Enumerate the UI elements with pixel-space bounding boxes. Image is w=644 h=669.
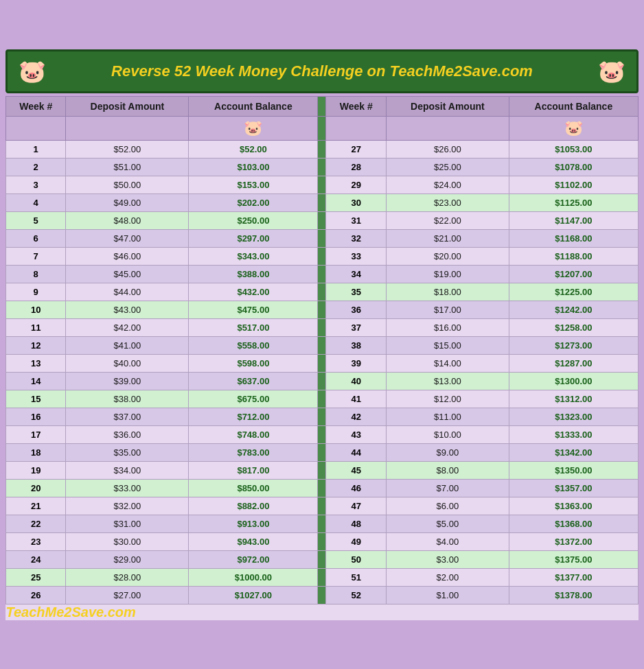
right-balance: $1125.00 <box>509 193 638 211</box>
left-balance: $1000.00 <box>189 568 318 586</box>
left-balance: $1027.00 <box>189 586 318 604</box>
right-balance: $1207.00 <box>509 265 638 283</box>
right-deposit: $10.00 <box>386 425 509 443</box>
left-week: 20 <box>6 479 66 497</box>
table-row: 13$40.00$598.0039$14.00$1287.00 <box>6 354 639 372</box>
col-week-right: Week # <box>326 96 386 116</box>
right-week: 35 <box>326 283 386 301</box>
divider-cell <box>318 497 326 515</box>
title-bar: 🐷 Reverse 52 Week Money Challenge on Tea… <box>5 49 639 93</box>
right-deposit: $20.00 <box>386 247 509 265</box>
left-deposit: $31.00 <box>66 515 189 532</box>
left-balance: $517.00 <box>189 318 318 336</box>
divider-cell <box>318 354 326 372</box>
right-balance: $1350.00 <box>509 461 638 479</box>
table-row: 20$33.00$850.0046$7.00$1357.00 <box>6 479 639 497</box>
table-row: 15$38.00$675.0041$12.00$1312.00 <box>6 390 639 408</box>
table-row: 23$30.00$943.0049$4.00$1372.00 <box>6 532 639 550</box>
table-row: 12$41.00$558.0038$15.00$1273.00 <box>6 336 639 354</box>
table-row: 16$37.00$712.0042$11.00$1323.00 <box>6 408 639 425</box>
right-deposit: $22.00 <box>386 211 509 229</box>
left-deposit: $30.00 <box>66 532 189 550</box>
table-row: 18$35.00$783.0044$9.00$1342.00 <box>6 443 639 461</box>
table-row: 10$43.00$475.0036$17.00$1242.00 <box>6 301 639 318</box>
col-balance-left: Account Balance <box>189 96 318 116</box>
divider-cell <box>318 176 326 193</box>
page-title: Reverse 52 Week Money Challenge on Teach… <box>111 62 533 80</box>
right-week: 46 <box>326 479 386 497</box>
right-deposit: $12.00 <box>386 390 509 408</box>
pig-empty-4 <box>386 116 509 140</box>
left-deposit: $52.00 <box>66 140 189 158</box>
right-week: 39 <box>326 354 386 372</box>
pig-icon-left: 🐷 <box>19 58 46 84</box>
right-deposit: $21.00 <box>386 229 509 247</box>
left-balance: $297.00 <box>189 229 318 247</box>
left-deposit: $50.00 <box>66 176 189 193</box>
pig-icon-right: 🐷 <box>598 58 625 84</box>
right-deposit: $6.00 <box>386 497 509 515</box>
right-week: 48 <box>326 515 386 532</box>
right-deposit: $2.00 <box>386 568 509 586</box>
divider-header <box>318 96 326 116</box>
left-balance: $153.00 <box>189 176 318 193</box>
right-week: 50 <box>326 550 386 568</box>
divider-pig <box>318 116 326 140</box>
table-row: 3$50.00$153.0029$24.00$1102.00 <box>6 176 639 193</box>
left-week: 14 <box>6 372 66 390</box>
left-week: 22 <box>6 515 66 532</box>
col-balance-right: Account Balance <box>509 96 638 116</box>
right-balance: $1342.00 <box>509 443 638 461</box>
right-week: 49 <box>326 532 386 550</box>
right-week: 45 <box>326 461 386 479</box>
left-week: 16 <box>6 408 66 425</box>
col-deposit-right: Deposit Amount <box>386 96 509 116</box>
divider-cell <box>318 301 326 318</box>
pig-empty-3 <box>326 116 386 140</box>
col-deposit-left: Deposit Amount <box>66 96 189 116</box>
right-deposit: $16.00 <box>386 318 509 336</box>
right-week: 51 <box>326 568 386 586</box>
left-balance: $637.00 <box>189 372 318 390</box>
left-deposit: $41.00 <box>66 336 189 354</box>
left-deposit: $29.00 <box>66 550 189 568</box>
left-balance: $103.00 <box>189 158 318 176</box>
table-row: 8$45.00$388.0034$19.00$1207.00 <box>6 265 639 283</box>
footer-text: TeachMe2Save.com <box>6 605 136 620</box>
divider-cell <box>318 229 326 247</box>
right-deposit: $17.00 <box>386 301 509 318</box>
right-week: 29 <box>326 176 386 193</box>
left-week: 21 <box>6 497 66 515</box>
left-week: 13 <box>6 354 66 372</box>
right-balance: $1333.00 <box>509 425 638 443</box>
left-deposit: $48.00 <box>66 211 189 229</box>
right-deposit: $14.00 <box>386 354 509 372</box>
right-balance: $1377.00 <box>509 568 638 586</box>
right-balance: $1372.00 <box>509 532 638 550</box>
left-balance: $913.00 <box>189 515 318 532</box>
divider-cell <box>318 318 326 336</box>
left-balance: $817.00 <box>189 461 318 479</box>
divider-cell <box>318 461 326 479</box>
divider-cell <box>318 283 326 301</box>
right-deposit: $5.00 <box>386 515 509 532</box>
left-deposit: $44.00 <box>66 283 189 301</box>
right-balance: $1053.00 <box>509 140 638 158</box>
table-row: 5$48.00$250.0031$22.00$1147.00 <box>6 211 639 229</box>
left-week: 24 <box>6 550 66 568</box>
table-row: 1$52.00$52.0027$26.00$1053.00 <box>6 140 639 158</box>
divider-cell <box>318 568 326 586</box>
left-balance: $675.00 <box>189 390 318 408</box>
left-balance: $388.00 <box>189 265 318 283</box>
right-week: 27 <box>326 140 386 158</box>
right-deposit: $3.00 <box>386 550 509 568</box>
right-balance: $1357.00 <box>509 479 638 497</box>
left-week: 19 <box>6 461 66 479</box>
left-deposit: $43.00 <box>66 301 189 318</box>
left-balance: $748.00 <box>189 425 318 443</box>
left-week: 9 <box>6 283 66 301</box>
divider-cell <box>318 372 326 390</box>
left-deposit: $32.00 <box>66 497 189 515</box>
left-balance: $972.00 <box>189 550 318 568</box>
right-week: 30 <box>326 193 386 211</box>
